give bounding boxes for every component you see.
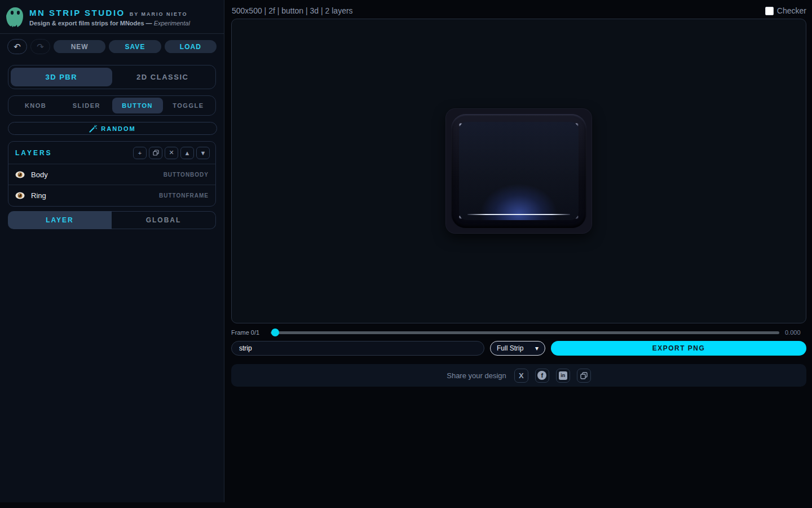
triangle-down-icon: ▼ <box>200 150 206 156</box>
app-window: MN STRIP STUDIO BY MARIO NIETO Design & … <box>0 0 812 508</box>
format-select[interactable]: Full Strip ▾ <box>490 341 545 356</box>
frame-slider[interactable] <box>271 327 779 338</box>
copy-icon <box>580 372 588 379</box>
layer-type-badge: BUTTONFRAME <box>159 192 209 199</box>
share-label: Share your design <box>447 371 506 380</box>
part-tabs: KNOB SLIDER BUTTON TOGGLE <box>8 95 216 116</box>
triangle-up-icon: ▲ <box>184 150 191 156</box>
checker-label: Checker <box>777 6 806 15</box>
filename-input[interactable] <box>231 341 484 356</box>
delete-layer-button[interactable]: ✕ <box>165 147 178 159</box>
layers-panel: LAYERS + ✕ ▲ ▼ <box>8 141 216 207</box>
format-select-value: Full Strip <box>497 344 523 352</box>
redo-icon: ↷ <box>37 42 44 51</box>
share-facebook-button[interactable]: f <box>535 369 549 383</box>
toolbar: ↶ ↷ NEW SAVE LOAD <box>0 34 224 59</box>
duplicate-icon <box>153 150 159 156</box>
plus-icon: + <box>138 150 142 156</box>
layers-header: LAYERS + ✕ ▲ ▼ <box>8 142 215 164</box>
app-tagline: Design & export film strips for MNodes —… <box>29 20 190 27</box>
undo-icon: ↶ <box>14 42 21 51</box>
delete-icon: ✕ <box>169 149 174 156</box>
facebook-icon: f <box>537 371 546 380</box>
move-layer-up-button[interactable]: ▲ <box>180 147 194 159</box>
mode-tabs: 3D PBR 2D CLASSIC <box>8 65 216 89</box>
button-preview-render <box>446 109 592 233</box>
canvas-meta-text: 500x500 | 2f | button | 3d | 2 layers <box>232 6 353 15</box>
layer-row-body[interactable]: Body BUTTONBODY <box>8 164 215 185</box>
tab-toggle[interactable]: TOGGLE <box>163 98 214 113</box>
copy-link-button[interactable] <box>577 369 591 383</box>
time-value: 0.000 <box>785 329 806 336</box>
tab-global-scope[interactable]: GLOBAL <box>112 211 216 229</box>
layer-row-ring[interactable]: Ring BUTTONFRAME <box>8 185 215 206</box>
eye-visibility-icon[interactable] <box>15 171 25 178</box>
button-body-layer <box>459 122 579 220</box>
layer-name: Body <box>31 170 164 179</box>
undo-button[interactable]: ↶ <box>7 39 27 54</box>
tagline-note: Experimental <box>154 20 190 27</box>
share-x-button[interactable]: X <box>514 369 528 383</box>
scope-tabs: LAYER GLOBAL <box>8 211 216 229</box>
redo-button[interactable]: ↷ <box>30 39 50 54</box>
button-highlight-line <box>467 214 570 215</box>
mascot-ghost-icon <box>5 6 26 28</box>
app-title: MN STRIP STUDIO <box>29 8 125 17</box>
tab-2d-classic[interactable]: 2D CLASSIC <box>112 68 214 86</box>
load-button[interactable]: LOAD <box>165 40 217 53</box>
random-label: RANDOM <box>101 125 136 132</box>
sidebar: MN STRIP STUDIO BY MARIO NIETO Design & … <box>0 0 224 502</box>
random-button[interactable]: RANDOM <box>8 122 217 135</box>
layer-type-badge: BUTTONBODY <box>164 172 209 178</box>
frame-slider-track[interactable] <box>271 331 779 334</box>
eye-visibility-icon[interactable] <box>15 192 25 199</box>
save-button[interactable]: SAVE <box>109 40 161 53</box>
share-linkedin-button[interactable]: in <box>556 369 570 383</box>
linkedin-icon: in <box>559 371 567 380</box>
tab-3d-pbr[interactable]: 3D PBR <box>11 68 112 86</box>
app-header-text: MN STRIP STUDIO BY MARIO NIETO Design & … <box>29 6 190 28</box>
share-bar: Share your design X f in <box>231 364 806 387</box>
new-button[interactable]: NEW <box>54 40 105 53</box>
layers-title: LAYERS <box>15 149 131 157</box>
checker-checkbox[interactable] <box>765 7 774 15</box>
app-byline: BY MARIO NIETO <box>130 11 188 17</box>
timeline-row: Frame 0/1 0.000 <box>231 327 806 338</box>
tab-button[interactable]: BUTTON <box>112 98 163 113</box>
chevron-down-icon: ▾ <box>535 344 539 352</box>
tab-slider[interactable]: SLIDER <box>61 98 112 113</box>
preview-canvas[interactable] <box>231 19 806 323</box>
move-layer-down-button[interactable]: ▼ <box>196 147 210 159</box>
app-header: MN STRIP STUDIO BY MARIO NIETO Design & … <box>0 0 224 34</box>
add-layer-button[interactable]: + <box>133 147 147 159</box>
frame-counter: Frame 0/1 <box>231 329 271 336</box>
export-row: Full Strip ▾ EXPORT PNG <box>231 341 806 356</box>
magic-wand-icon <box>89 125 97 133</box>
layer-name: Ring <box>31 191 159 200</box>
x-logo-icon: X <box>519 371 524 380</box>
export-png-button[interactable]: EXPORT PNG <box>551 341 806 356</box>
tab-knob[interactable]: KNOB <box>10 98 61 113</box>
checker-toggle: Checker <box>765 6 806 15</box>
tab-layer-scope[interactable]: LAYER <box>8 211 112 229</box>
duplicate-layer-button[interactable] <box>149 147 162 159</box>
frame-slider-thumb[interactable] <box>271 329 279 336</box>
